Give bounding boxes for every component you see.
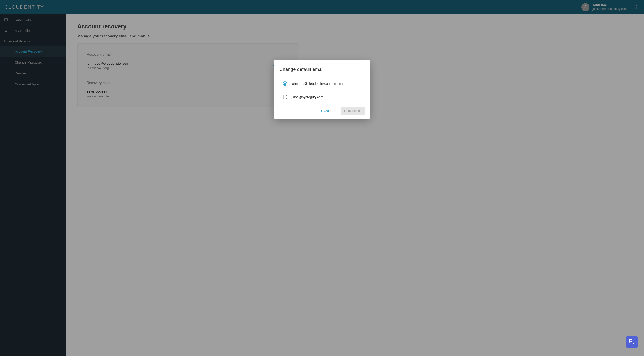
modal-actions: CANCEL CONTINUE bbox=[279, 107, 365, 115]
email-option-label: j.doe@syntegrity.com bbox=[291, 95, 323, 99]
email-option-tag: (current) bbox=[332, 82, 342, 86]
radio-icon bbox=[283, 95, 287, 99]
modal-title: Change default email bbox=[279, 67, 365, 72]
continue-button[interactable]: CONTINUE bbox=[340, 107, 365, 115]
cancel-button[interactable]: CANCEL bbox=[318, 107, 338, 115]
radio-icon bbox=[283, 82, 287, 86]
modal-overlay[interactable]: Change default email john.doe@cloudentit… bbox=[0, 0, 644, 356]
email-option-0[interactable]: john.doe@cloudentity.com (current) bbox=[279, 80, 365, 87]
chat-widget-button[interactable] bbox=[626, 336, 638, 348]
email-option-1[interactable]: j.doe@syntegrity.com bbox=[279, 94, 365, 101]
change-email-modal: Change default email john.doe@cloudentit… bbox=[274, 60, 370, 118]
chat-icon bbox=[628, 339, 635, 345]
email-option-label: john.doe@cloudentity.com bbox=[291, 82, 331, 86]
